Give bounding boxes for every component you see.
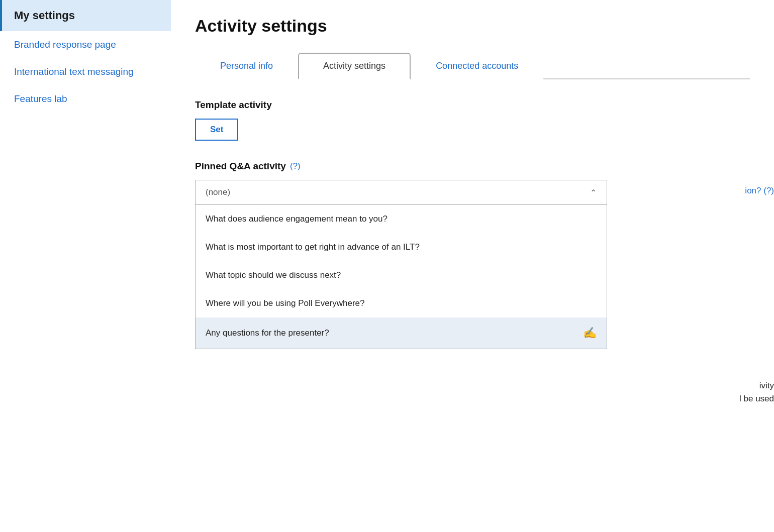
sidebar-item-international-text-messaging[interactable]: International text messaging: [0, 58, 171, 85]
dropdown-option-4[interactable]: Where will you be using Poll Everywhere?: [196, 289, 607, 317]
template-activity-section: Template activity Set: [195, 99, 750, 161]
partial-right-text-2: ivity l be used: [739, 379, 774, 405]
sidebar: My settings Branded response page Intern…: [0, 0, 171, 532]
template-activity-title: Template activity: [195, 99, 750, 111]
set-button[interactable]: Set: [195, 119, 238, 141]
tab-activity-settings[interactable]: Activity settings: [298, 53, 411, 79]
sidebar-item-branded-response-page[interactable]: Branded response page: [0, 31, 171, 58]
dropdown-option-3[interactable]: What topic should we discuss next?: [196, 261, 607, 289]
page-title: Activity settings: [195, 16, 750, 36]
chevron-up-icon: ⌃: [590, 188, 597, 197]
sidebar-item-features-lab[interactable]: Features lab: [0, 85, 171, 113]
pinned-qa-dropdown[interactable]: (none) ⌃ What does audience engagement m…: [195, 180, 607, 349]
tab-connected-accounts[interactable]: Connected accounts: [411, 53, 543, 79]
sidebar-item-my-settings[interactable]: My settings: [0, 0, 171, 31]
cursor-icon: ✍: [583, 327, 597, 340]
tab-personal-info[interactable]: Personal info: [195, 53, 298, 79]
dropdown-selected-value[interactable]: (none) ⌃: [196, 180, 607, 205]
main-content: Activity settings Personal info Activity…: [171, 0, 774, 532]
pinned-qa-help-badge[interactable]: (?): [290, 161, 301, 171]
dropdown-option-1[interactable]: What does audience engagement mean to yo…: [196, 205, 607, 233]
tabs-bar: Personal info Activity settings Connecte…: [195, 52, 750, 79]
pinned-qa-title: Pinned Q&A activity (?): [195, 161, 750, 172]
dropdown-option-5[interactable]: Any questions for the presenter? ✍: [196, 317, 607, 349]
dropdown-option-2[interactable]: What is most important to get right in a…: [196, 233, 607, 261]
dropdown-options-list: What does audience engagement mean to yo…: [196, 205, 607, 349]
pinned-qa-section: Pinned Q&A activity (?) (none) ⌃ What do…: [195, 161, 750, 349]
